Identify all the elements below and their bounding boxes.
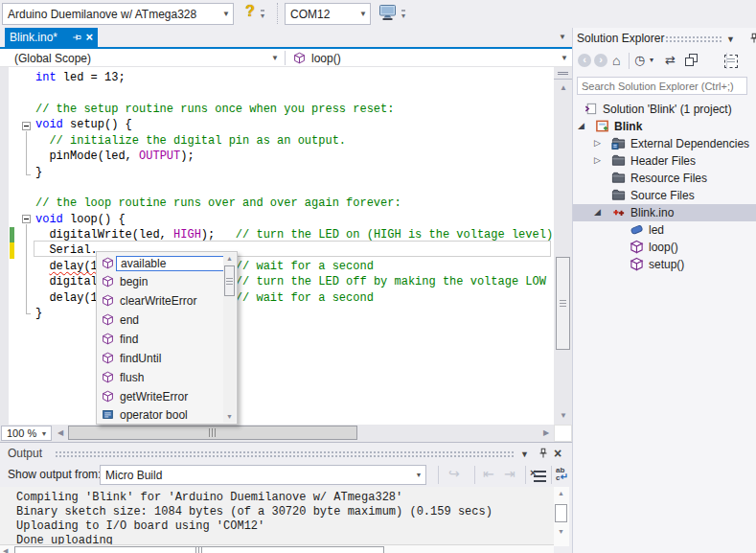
split-handle[interactable] bbox=[554, 67, 572, 80]
chevron-down-icon[interactable]: ▼ bbox=[271, 54, 285, 62]
intellisense-item[interactable]: findUntil bbox=[99, 349, 165, 367]
toolbar-overflow-button[interactable]: ▾ bbox=[401, 10, 405, 20]
search-input[interactable] bbox=[577, 77, 747, 95]
console-vscrollbar-thumb[interactable] bbox=[555, 504, 567, 522]
close-icon[interactable]: × bbox=[554, 446, 561, 461]
tab-blink-ino[interactable]: Blink.ino* × bbox=[5, 28, 98, 47]
tree-item-setup[interactable]: setup() bbox=[573, 256, 756, 273]
output-console[interactable]: Compiling 'Blink' for 'Arduino Duemilano… bbox=[0, 487, 554, 553]
popup-scrollbar[interactable]: ▲ ▼ bbox=[223, 253, 236, 423]
folder-icon bbox=[611, 153, 626, 168]
intellisense-item[interactable]: getWriteError bbox=[99, 387, 192, 405]
zoom-select[interactable]: 100 % ▼ bbox=[1, 426, 52, 441]
chevron-down-icon[interactable]: ▼ bbox=[37, 430, 51, 437]
method-icon bbox=[102, 294, 114, 307]
collapsed-arrow-icon[interactable]: ▷ bbox=[594, 138, 601, 148]
tree-item-external-dependencies[interactable]: ▷ External Dependencies bbox=[573, 135, 756, 152]
popup-scrollbar-thumb[interactable] bbox=[224, 265, 235, 296]
scroll-down-icon[interactable]: ▼ bbox=[558, 528, 564, 536]
intellisense-item[interactable]: operator bool bbox=[99, 405, 192, 424]
tree-item-project[interactable]: ◢ Blink bbox=[573, 118, 756, 135]
output-source-select[interactable]: Micro Build ▼ bbox=[100, 465, 426, 485]
tree-item-resource-files[interactable]: Resource Files bbox=[573, 170, 756, 187]
folder-icon bbox=[611, 171, 626, 185]
forward-button-icon[interactable]: › bbox=[594, 54, 607, 67]
chevron-down-icon[interactable]: ▾ bbox=[650, 56, 653, 64]
serial-monitor-icon[interactable] bbox=[378, 4, 398, 21]
output-panel: Output ▼ × Show output from: Micro Build… bbox=[0, 442, 572, 553]
close-icon[interactable]: × bbox=[85, 32, 93, 43]
help-button[interactable]: ? bbox=[241, 3, 259, 24]
chevron-down-icon[interactable]: ▼ bbox=[356, 10, 370, 18]
chevron-down-icon[interactable]: ▼ bbox=[561, 54, 572, 62]
intellisense-item[interactable]: available bbox=[99, 254, 225, 272]
pending-filter-icon[interactable]: ◷ bbox=[634, 53, 645, 67]
console-hscrollbar[interactable]: ◀ bbox=[0, 544, 554, 553]
scrollbar-corner bbox=[554, 425, 572, 442]
intellisense-item[interactable]: end bbox=[99, 311, 143, 329]
prev-message-icon[interactable]: ⇤ bbox=[483, 466, 494, 481]
board-select[interactable]: Arduino Duemilanove w/ ATmega328 ▼ bbox=[2, 3, 234, 25]
expanded-arrow-icon[interactable]: ◢ bbox=[594, 207, 601, 217]
console-hscrollbar-thumb[interactable] bbox=[14, 546, 384, 553]
tree-item-header-files[interactable]: ▷ Header Files bbox=[573, 152, 756, 170]
next-message-icon[interactable]: ⇥ bbox=[504, 466, 515, 481]
sync-with-active-document-icon[interactable]: ⇄ bbox=[665, 53, 676, 67]
intellisense-item[interactable]: clearWriteError bbox=[99, 291, 200, 310]
editor-vscrollbar[interactable]: ▲ ▼ bbox=[554, 67, 572, 425]
scroll-left-icon[interactable]: ◀ bbox=[3, 547, 8, 553]
pin-icon[interactable] bbox=[537, 447, 550, 460]
scroll-down-icon[interactable]: ▼ bbox=[226, 413, 233, 421]
console-vscrollbar[interactable]: ▲ ▼ bbox=[554, 487, 569, 546]
member-value: loop() bbox=[306, 52, 561, 65]
scope-value: (Global Scope) bbox=[0, 52, 271, 65]
navigation-bar: (Global Scope) ▼ loop() ▼ bbox=[0, 49, 572, 67]
scroll-up-icon[interactable]: ▲ bbox=[558, 490, 564, 497]
fold-line-end bbox=[26, 174, 31, 175]
indicator-margin[interactable] bbox=[0, 67, 9, 425]
output-title-bar[interactable]: Output ▼ × bbox=[0, 444, 572, 463]
scroll-up-icon[interactable]: ▲ bbox=[226, 255, 233, 263]
tree-item-solution[interactable]: Solution 'Blink' (1 project) bbox=[573, 101, 756, 118]
scroll-down-icon[interactable]: ▼ bbox=[560, 412, 567, 420]
editor-vscrollbar-thumb[interactable] bbox=[556, 257, 570, 350]
document-list-chevron-icon[interactable]: ▼ bbox=[559, 33, 566, 41]
expanded-arrow-icon[interactable]: ◢ bbox=[578, 121, 584, 130]
method-icon bbox=[102, 257, 114, 269]
intellisense-item[interactable]: flush bbox=[99, 368, 148, 386]
member-dropdown[interactable]: loop() ▼ bbox=[286, 49, 572, 67]
clear-all-icon[interactable]: × bbox=[534, 471, 546, 482]
home-icon[interactable]: ⌂ bbox=[612, 53, 620, 68]
editor-hscrollbar-thumb[interactable] bbox=[68, 426, 357, 440]
ino-file-icon bbox=[611, 205, 626, 219]
toolbar-overflow-button[interactable]: ▾ bbox=[261, 10, 264, 20]
console-line: Uploading to I/O board using 'COM12' bbox=[16, 519, 264, 533]
method-icon bbox=[102, 313, 114, 326]
scroll-right-icon[interactable]: ▶ bbox=[543, 429, 549, 437]
window-position-chevron-icon[interactable]: ▼ bbox=[520, 449, 529, 459]
solution-explorer-title-bar[interactable]: Solution Explorer ▼ bbox=[573, 28, 756, 50]
word-wrap-icon[interactable]: abc↵ bbox=[556, 467, 573, 480]
back-button-icon[interactable]: ‹ bbox=[578, 54, 591, 67]
chevron-down-icon[interactable]: ▼ bbox=[412, 472, 425, 478]
collapsed-arrow-icon[interactable]: ▷ bbox=[594, 155, 601, 165]
window-position-chevron-icon[interactable]: ▼ bbox=[726, 35, 735, 44]
code-editor[interactable]: int led = 13; // the setup routine runs … bbox=[0, 67, 554, 425]
scope-dropdown[interactable]: (Global Scope) ▼ bbox=[0, 49, 285, 67]
scroll-up-icon[interactable]: ▲ bbox=[560, 84, 567, 92]
fold-toggle-loop[interactable] bbox=[22, 215, 31, 223]
fold-toggle-setup[interactable] bbox=[22, 122, 31, 130]
find-message-icon[interactable]: ↪ bbox=[448, 466, 460, 481]
intellisense-item[interactable]: begin bbox=[99, 272, 151, 290]
intellisense-item[interactable]: find bbox=[99, 330, 142, 348]
scroll-left-icon[interactable]: ◀ bbox=[57, 429, 63, 437]
tree-item-loop[interactable]: loop() bbox=[573, 239, 756, 256]
pin-icon[interactable] bbox=[71, 32, 82, 43]
pin-icon[interactable] bbox=[747, 32, 756, 45]
collapse-all-icon[interactable] bbox=[685, 54, 699, 68]
chevron-down-icon[interactable]: ▼ bbox=[219, 10, 233, 18]
tree-item-source-files[interactable]: Source Files bbox=[573, 187, 756, 204]
tree-item-led[interactable]: led bbox=[573, 221, 756, 239]
tree-item-blink-ino[interactable]: ◢ Blink.ino bbox=[573, 204, 756, 221]
com-port-select[interactable]: COM12 ▼ bbox=[285, 3, 371, 25]
